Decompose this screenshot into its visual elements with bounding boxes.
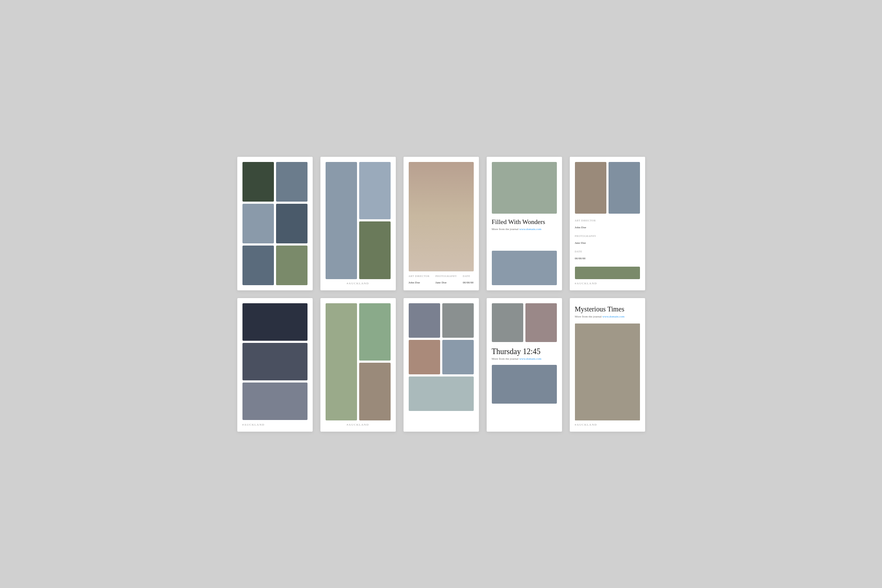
photography-label: Photography: [435, 275, 457, 277]
card-rocks-water: [404, 298, 479, 432]
photo-woman-sunglasses: [525, 303, 557, 342]
photo-man-jacket: [492, 365, 557, 404]
thursday-title: Thursday 12:45: [492, 348, 557, 356]
art-director-col: Art Director John Doe: [409, 275, 430, 285]
photo-sitting-rocks: [442, 303, 474, 338]
date-col: Date 00/00/00: [463, 275, 474, 285]
mysterious-times-title: Mysterious Times: [575, 305, 640, 313]
photo-man-glasses: [492, 303, 523, 342]
photo-woman-blue: [609, 162, 640, 214]
photo-waterfall2: [359, 162, 391, 220]
card-dark-photos: #AUCKLAND: [237, 298, 313, 432]
card-photo-grid-6: [237, 157, 313, 290]
card-thursday: Thursday 12:45 More from the journal www…: [487, 298, 562, 432]
photo-mountain-fog: [242, 383, 307, 420]
photo-woman-profile: [492, 162, 557, 214]
photo-woman-field-5: [575, 267, 640, 279]
photo-outdoor-people: [326, 303, 357, 420]
card-6-label: #AUCKLAND: [242, 423, 307, 426]
photography-block-5: Photography Jane Doe: [575, 233, 640, 247]
date-value: 00/00/00: [463, 281, 474, 284]
art-director-label-5: Art Director: [575, 219, 640, 222]
photo-forest-bridge: [359, 221, 391, 279]
photo-1-1: [242, 162, 274, 202]
card-2-label: #AUCKLAND: [326, 282, 391, 285]
photo-dark-woman: [242, 303, 307, 341]
card-waterfall: #AUCKLAND: [320, 157, 396, 290]
filled-with-wonders-title: Filled With Wonders: [492, 218, 557, 226]
card-filled-with-wonders: Filled With Wonders More from the journa…: [487, 157, 562, 290]
art-director-block-5: Art Director John Doe: [575, 218, 640, 232]
photography-value: Jane Doe: [435, 281, 447, 284]
card-7-label: #AUCKLAND: [326, 423, 391, 426]
photo-misty-water: [409, 376, 474, 411]
photo-woman-red: [575, 162, 606, 214]
photo-rocks-coast: [492, 251, 557, 285]
mysterious-times-link[interactable]: www.domain.com: [602, 315, 624, 318]
card-10-label: #AUCKLAND: [575, 423, 640, 426]
photo-coast-figure: [442, 340, 474, 374]
card-mysterious-times: Mysterious Times More from the journal w…: [570, 298, 645, 432]
date-label-5: Date: [575, 250, 640, 253]
mysterious-times-subtitle: More from the journal www.domain.com: [575, 315, 640, 318]
photo-waterfall-tall: [326, 162, 357, 279]
gallery-grid: #AUCKLAND Art Director John Doe Photogra…: [237, 157, 645, 432]
card-outdoor-grid: #AUCKLAND: [320, 298, 396, 432]
photo-woman-hair: [409, 162, 474, 271]
photo-1-4: [276, 204, 307, 243]
card-portrait-info: Art Director John Doe Photography Jane D…: [404, 157, 479, 290]
photo-1-6: [276, 246, 307, 285]
date-block-5: Date 00/00/00: [575, 249, 640, 263]
thursday-link[interactable]: www.domain.com: [519, 357, 541, 361]
photo-truck: [242, 343, 307, 380]
art-director-value-5: John Doe: [575, 226, 587, 229]
photography-value-5: Jane Doe: [575, 241, 586, 245]
photography-label-5: Photography: [575, 235, 640, 237]
photo-woman-forest: [575, 324, 640, 420]
art-director-label: Art Director: [409, 275, 430, 277]
photography-col: Photography Jane Doe: [435, 275, 457, 285]
filled-with-wonders-subtitle: More from the journal www.domain.com: [492, 227, 557, 231]
photo-red-rocks: [409, 340, 440, 374]
photo-1-5: [242, 246, 274, 285]
photo-house-lake: [359, 303, 391, 361]
date-label: Date: [463, 275, 474, 277]
thursday-subtitle: More from the journal www.domain.com: [492, 357, 557, 361]
card-5-label: #AUCKLAND: [575, 282, 640, 285]
card-art-director: Art Director John Doe Photography Jane D…: [570, 157, 645, 290]
filled-with-wonders-link[interactable]: www.domain.com: [519, 227, 541, 231]
date-value-5: 00/00/00: [575, 257, 586, 260]
photo-rocks-water1: [409, 303, 440, 338]
art-director-value: John Doe: [409, 281, 420, 284]
photo-1-2: [276, 162, 307, 202]
photo-1-3: [242, 204, 274, 243]
photo-red-jacket: [359, 363, 391, 420]
